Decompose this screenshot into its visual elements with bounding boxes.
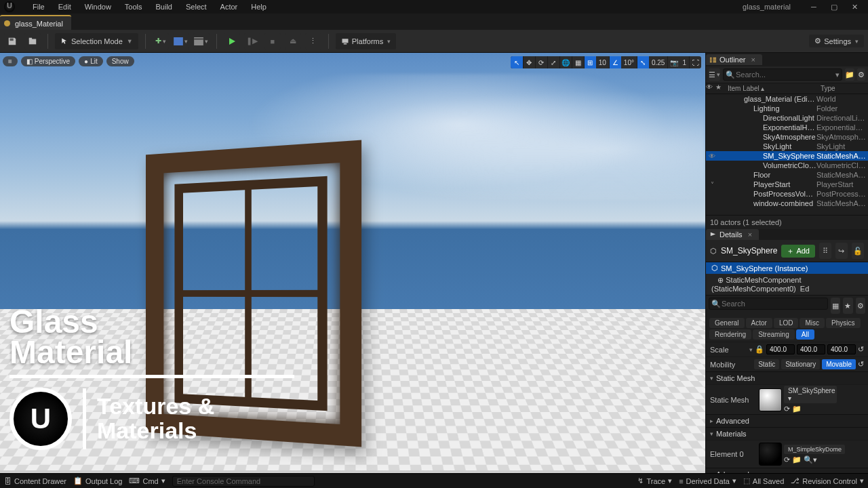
outliner-tab[interactable]: Outliner× bbox=[706, 54, 762, 65]
viewport[interactable]: ≡ ◧Perspective ●Lit Show ↖ ✥ ⟳ ⤢ 🌐 ▦ ⊞10… bbox=[0, 53, 705, 473]
outliner-new-folder[interactable]: 📁 bbox=[845, 68, 854, 81]
filter-chip-all[interactable]: All bbox=[796, 329, 814, 340]
filter-chip-physics[interactable]: Physics bbox=[826, 318, 860, 328]
filter-chip-streaming[interactable]: Streaming bbox=[753, 329, 795, 340]
reset-icon[interactable]: ↺ bbox=[858, 345, 864, 354]
mobility-stationary[interactable]: Stationary bbox=[781, 359, 820, 369]
mobility-movable[interactable]: Movable bbox=[822, 359, 856, 369]
lock-icon[interactable]: 🔒 bbox=[755, 345, 764, 354]
scale-x-input[interactable]: 400.0 bbox=[766, 344, 795, 354]
outliner-row[interactable]: ExponentialHeightFog ExponentialHeightFo… bbox=[706, 123, 868, 132]
scale-y-input[interactable]: 400.0 bbox=[797, 344, 825, 354]
perspective-chip[interactable]: ◧Perspective bbox=[21, 56, 75, 66]
mobility-static[interactable]: Static bbox=[754, 359, 779, 369]
tab-level[interactable]: glass_Material bbox=[0, 15, 71, 30]
outliner-search-input[interactable] bbox=[723, 68, 842, 81]
search-icon[interactable]: 🔍▾ bbox=[804, 455, 817, 464]
details-tab[interactable]: Details× bbox=[706, 229, 759, 240]
static-mesh-dropdown[interactable]: SM_SkySphere ▾ bbox=[784, 386, 837, 403]
component-instance-row[interactable]: ⬡SM_SkySphere (Instance) bbox=[706, 262, 868, 274]
outliner-row[interactable]: PostProcessVolume PostProcessVolume bbox=[706, 189, 868, 199]
outliner-row[interactable]: 👁 SM_SkySphere StaticMeshActor bbox=[706, 151, 868, 161]
browse-button[interactable] bbox=[24, 33, 41, 49]
angle-snap-value[interactable]: 10° bbox=[621, 59, 637, 66]
pin-column-icon[interactable]: ★ bbox=[715, 83, 725, 94]
scale-z-input[interactable]: 400.0 bbox=[827, 344, 856, 354]
content-drawer-button[interactable]: 🗄Content Drawer bbox=[4, 477, 66, 485]
scale-snap-value[interactable]: 0.25 bbox=[649, 59, 667, 66]
menu-window[interactable]: Window bbox=[78, 1, 118, 12]
visibility-column-icon[interactable]: 👁 bbox=[706, 83, 715, 94]
outliner-row[interactable]: DirectionalLight DirectionalLight bbox=[706, 113, 868, 123]
grid-snap-toggle[interactable]: ⊞ bbox=[584, 56, 596, 68]
viewport-maximize[interactable]: ⛶ bbox=[689, 56, 701, 68]
rotate-tool[interactable]: ⟳ bbox=[535, 56, 547, 68]
scale-tool[interactable]: ⤢ bbox=[547, 56, 559, 68]
camera-speed-icon[interactable]: 📷 bbox=[667, 56, 679, 68]
browse-to-icon[interactable]: 📁 bbox=[792, 405, 802, 413]
platforms-button[interactable]: Platforms▾ bbox=[336, 33, 396, 49]
outliner-row[interactable]: Floor StaticMeshActor bbox=[706, 170, 868, 180]
reset-icon[interactable]: ↺ bbox=[858, 360, 864, 369]
static-mesh-thumb[interactable] bbox=[759, 388, 782, 411]
filter-chip-general[interactable]: General bbox=[709, 318, 745, 328]
viewport-options[interactable]: ≡ bbox=[3, 56, 18, 66]
play-button[interactable] bbox=[224, 33, 240, 49]
filter-chip-misc[interactable]: Misc bbox=[800, 318, 825, 328]
details-grid-view[interactable]: ▦ bbox=[831, 298, 840, 314]
type-column[interactable]: Type bbox=[818, 83, 868, 94]
stop-button[interactable]: ■ bbox=[264, 33, 281, 49]
derived-data-button[interactable]: ≡ Derived Data ▾ bbox=[679, 476, 736, 485]
menu-help[interactable]: Help bbox=[244, 1, 273, 12]
trace-button[interactable]: ↯ Trace ▾ bbox=[637, 476, 672, 485]
outliner-row[interactable]: SkyLight SkyLight bbox=[706, 142, 868, 151]
chevron-down-icon[interactable]: ▾ bbox=[835, 70, 840, 79]
outliner-row[interactable]: ˅ PlayerStart PlayerStart bbox=[706, 180, 868, 189]
browse-to-icon[interactable]: 📁 bbox=[792, 455, 802, 464]
use-selected-icon[interactable]: ⟳ bbox=[784, 405, 790, 413]
outliner-settings[interactable]: ⚙ bbox=[857, 68, 865, 81]
menu-select[interactable]: Select bbox=[179, 1, 214, 12]
revision-control-button[interactable]: ⎇ Revision Control ▾ bbox=[791, 476, 864, 485]
outliner-row[interactable]: VolumetricCloud VolumetricCloud bbox=[706, 161, 868, 170]
eject-button[interactable]: ⏏ bbox=[285, 33, 301, 49]
outliner-filter-button[interactable]: ☰▾ bbox=[709, 68, 720, 81]
details-fav[interactable]: ★ bbox=[843, 298, 852, 314]
menu-build[interactable]: Build bbox=[149, 1, 179, 12]
console-input[interactable]: Enter Console Command bbox=[172, 476, 315, 487]
save-status[interactable]: ⬚ All Saved bbox=[743, 476, 784, 485]
play-options-button[interactable]: ⋮ bbox=[305, 33, 321, 49]
details-nav-button[interactable]: ↪ bbox=[835, 243, 848, 259]
add-component-button[interactable]: ＋Add bbox=[781, 245, 815, 258]
category-materials[interactable]: ▾Materials bbox=[706, 427, 868, 440]
close-icon[interactable]: × bbox=[748, 230, 752, 239]
skip-button[interactable]: ❚▶ bbox=[244, 33, 260, 49]
coord-space[interactable]: 🌐 bbox=[559, 56, 572, 68]
settings-button[interactable]: ⚙ Settings▾ bbox=[809, 35, 864, 47]
menu-tools[interactable]: Tools bbox=[118, 1, 149, 12]
material-dropdown[interactable]: M_SimpleSkyDome bbox=[784, 445, 845, 454]
camera-speed-value[interactable]: 1 bbox=[679, 59, 689, 66]
close-icon[interactable]: × bbox=[751, 56, 755, 64]
blueprints-button[interactable]: ▾ bbox=[173, 33, 189, 49]
category-advanced-1[interactable]: ▸Advanced bbox=[706, 414, 868, 427]
menu-actor[interactable]: Actor bbox=[214, 1, 245, 12]
details-hierarchy-button[interactable]: ⠿ bbox=[819, 243, 831, 259]
cmd-label[interactable]: ⌨Cmd ▾ bbox=[129, 476, 165, 485]
translate-tool[interactable]: ✥ bbox=[523, 56, 535, 68]
menu-file[interactable]: File bbox=[26, 1, 52, 12]
grid-snap-value[interactable]: 10 bbox=[596, 59, 609, 66]
cinematics-button[interactable]: ▾ bbox=[193, 33, 210, 49]
select-tool[interactable]: ↖ bbox=[511, 56, 523, 68]
output-log-button[interactable]: 📋Output Log bbox=[73, 476, 122, 485]
angle-snap-toggle[interactable]: ∠ bbox=[609, 56, 621, 68]
outliner-row[interactable]: SkyAtmosphere SkyAtmosphere bbox=[706, 132, 868, 142]
outliner-row[interactable]: Lighting Folder bbox=[706, 104, 868, 113]
surface-snap[interactable]: ▦ bbox=[572, 56, 584, 68]
details-lock-button[interactable]: 🔓 bbox=[852, 243, 864, 259]
filter-chip-rendering[interactable]: Rendering bbox=[709, 329, 751, 340]
material-thumb[interactable] bbox=[759, 443, 782, 466]
mode-selector[interactable]: Selection Mode ▼ bbox=[55, 33, 138, 49]
scale-snap-toggle[interactable]: ⤡ bbox=[637, 56, 649, 68]
label-column[interactable]: Item Label ▴ bbox=[725, 83, 818, 94]
